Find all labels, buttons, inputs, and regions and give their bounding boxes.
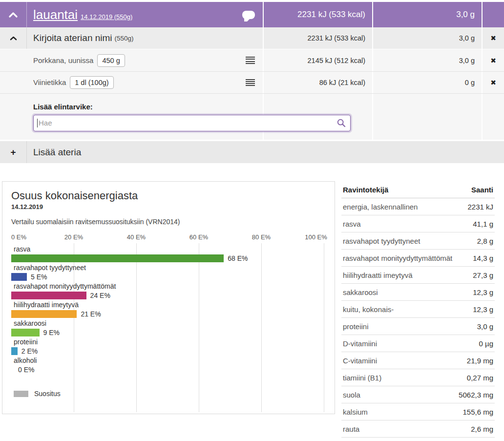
- bar-label: hiilihydraatti imeytyvä: [11, 300, 324, 310]
- food-energy: 2145 kJ (512 kcal): [308, 57, 365, 64]
- food-close-button[interactable]: ✖: [490, 79, 496, 86]
- nutrient-value: 14,3 g: [473, 254, 493, 262]
- bar-value: 24 E%: [90, 292, 110, 299]
- bar: [11, 347, 18, 355]
- bar-group: alkoholi 0 E%: [11, 356, 324, 374]
- food-salt: 3,0 g: [459, 57, 475, 64]
- bar-value: 21 E%: [81, 310, 101, 318]
- food-name: Viinietikka: [27, 78, 66, 86]
- table-row: rauta2,6 mg: [341, 420, 495, 438]
- nutrient-name: energia, laskennallinen: [343, 203, 418, 211]
- chart-subtitle: Vertailu suomalaisiin ravitsemussuosituk…: [11, 218, 326, 226]
- food-name: Porkkana, uunissa: [27, 56, 93, 64]
- plus-icon[interactable]: +: [10, 147, 16, 158]
- meal-weight: (550g): [115, 35, 134, 42]
- day-date: 14.12.2019 (550g): [81, 13, 132, 21]
- table-row: D-vitamiini0 µg: [341, 335, 495, 352]
- search-icon[interactable]: [336, 118, 346, 130]
- legend-swatch: [14, 391, 28, 397]
- food-energy: 86 kJ (21 kcal): [319, 79, 365, 86]
- meal-collapse-button[interactable]: [0, 27, 27, 49]
- axis-tick: 60 E%: [189, 233, 208, 241]
- bar: [11, 273, 27, 281]
- nutrient-value: 0,27 mg: [467, 374, 493, 382]
- table-row: suola5062,3 mg: [341, 386, 495, 403]
- add-food-label: Lisää elintarvike:: [33, 103, 93, 111]
- nutrient-name: proteiini: [343, 322, 369, 331]
- bar-value: 0 E%: [18, 366, 34, 374]
- day-energy-total: 2231 kJ (533 kcal): [297, 10, 365, 20]
- bar-value: 5 E%: [31, 273, 47, 281]
- day-salt-total: 3,0 g: [456, 10, 475, 20]
- nutrient-name: C-vitamiini: [343, 357, 377, 365]
- day-name: lauantai: [33, 7, 78, 22]
- table-row: proteiini3,0 g: [341, 318, 495, 335]
- bar-group: hiilihydraatti imeytyvä 21 E%: [11, 300, 324, 318]
- bar-value: 2 E%: [21, 347, 38, 355]
- bar-group: rasvahapot tyydyttyneet 5 E%: [11, 263, 324, 281]
- table-row: hiilihydraatti imeytyvä27,3 g: [341, 267, 495, 284]
- bar: [11, 310, 77, 318]
- chevron-up-icon: [10, 36, 17, 41]
- nutrient-value: 5062,3 mg: [459, 391, 493, 399]
- day-title-link[interactable]: lauantai 14.12.2019 (550g): [27, 7, 132, 22]
- table-row: energia, laskennallinen2231 kJ: [341, 198, 495, 215]
- table-row: kalsium155,6 mg: [341, 403, 495, 420]
- bar: [11, 254, 224, 262]
- food-amount-input[interactable]: 1 dl (100g): [70, 76, 113, 89]
- table-row: rasvahapot tyydyttyneet2,8 g: [341, 232, 495, 250]
- bar-label: rasva: [11, 245, 324, 254]
- nutrient-name: kuitu, kokonais-: [343, 305, 394, 314]
- meal-name-field[interactable]: Kirjoita aterian nimi: [27, 33, 112, 43]
- nutrient-name: rasva: [343, 220, 361, 228]
- day-collapse-button[interactable]: [0, 2, 27, 27]
- bar-label: proteiini: [11, 337, 324, 347]
- nutrient-value: 155,6 mg: [462, 408, 493, 416]
- nutrient-name: suola: [343, 391, 360, 399]
- nutrient-name: kalsium: [343, 408, 368, 416]
- bar-group: sakkaroosi 9 E%: [11, 319, 324, 336]
- nutrient-name: rasvahapot monityydyttymättömät: [343, 254, 452, 262]
- table-row: kuitu, kokonais-12,3 g: [341, 301, 495, 318]
- chart-date: 14.12.2019: [11, 203, 326, 210]
- add-meal-row[interactable]: + Lisää ateria: [0, 141, 504, 163]
- nutrient-table-header: Ravintotekijä Saanti: [341, 181, 495, 198]
- food-menu-icon[interactable]: [246, 79, 255, 86]
- food-salt: 0 g: [465, 79, 475, 86]
- nutrient-name: tiamiini (B1): [343, 374, 381, 382]
- food-menu-icon[interactable]: [246, 57, 255, 64]
- meal-header-row: Kirjoita aterian nimi (550g) 2231 kJ (53…: [0, 27, 504, 49]
- food-search-input[interactable]: [33, 115, 351, 131]
- nutrient-value: 3,0 g: [477, 322, 493, 331]
- comment-bubble-icon[interactable]: [242, 11, 255, 19]
- bar-group: rasva 68 E%: [11, 245, 324, 262]
- bar-label: alkoholi: [11, 356, 324, 365]
- day-header-end-cell: [483, 2, 504, 27]
- table-row: sakkaroosi12,3 g: [341, 284, 495, 301]
- bar-value: 68 E%: [228, 254, 248, 262]
- nutrient-value: 0 µg: [479, 339, 494, 348]
- bar: [11, 292, 86, 299]
- legend-label: Suositus: [34, 390, 61, 398]
- summary-section: Osuus kokonaisenergiasta 14.12.2019 Vert…: [0, 181, 504, 438]
- nutrient-value: 21,9 mg: [467, 357, 493, 365]
- nutrient-table: Ravintotekijä Saanti energia, laskennall…: [341, 181, 495, 438]
- bar-label: rasvahapot tyydyttyneet: [11, 263, 324, 273]
- chevron-up-icon: [9, 12, 18, 18]
- food-amount-input[interactable]: 450 g: [97, 54, 125, 67]
- meal-close-button[interactable]: ✖: [490, 34, 496, 42]
- food-row: Viinietikka1 dl (100g) 86 kJ (21 kcal) 0…: [0, 71, 504, 93]
- bar-group: proteiini 2 E%: [11, 337, 324, 355]
- nutrient-value: 12,3 g: [473, 305, 493, 314]
- add-food-row: Lisää elintarvike:: [0, 93, 504, 140]
- food-close-button[interactable]: ✖: [490, 57, 496, 64]
- day-header-row: lauantai 14.12.2019 (550g) 2231 kJ (533 …: [0, 2, 504, 27]
- table-row: C-vitamiini21,9 mg: [341, 352, 495, 369]
- energy-share-chart: Osuus kokonaisenergiasta 14.12.2019 Vert…: [2, 181, 335, 414]
- table-row: rasva41,1 g: [341, 215, 495, 232]
- column-header-nutrient: Ravintotekijä: [343, 186, 388, 194]
- add-meal-label[interactable]: Lisää ateria: [27, 147, 81, 158]
- text-caret: [37, 119, 38, 127]
- bar-value: 9 E%: [43, 329, 60, 336]
- axis-tick: 100 E%: [305, 233, 327, 241]
